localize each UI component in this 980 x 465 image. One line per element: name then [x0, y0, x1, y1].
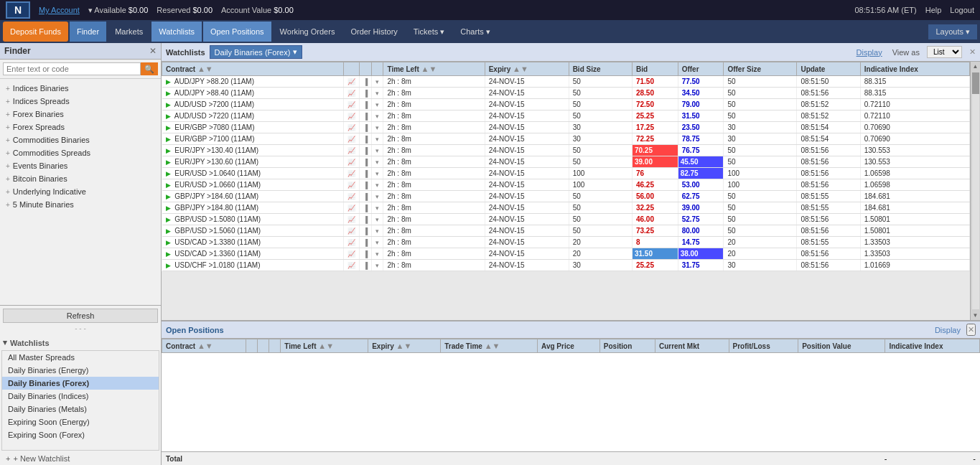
finder-item-events-binaries[interactable]: + Events Binaries: [0, 159, 161, 172]
finder-button[interactable]: Finder: [70, 22, 106, 42]
layouts-button[interactable]: Layouts ▾: [928, 24, 977, 39]
cell-bar[interactable]: ▐: [360, 214, 372, 225]
cell-chart[interactable]: 📈: [344, 237, 360, 248]
table-row[interactable]: ▶ AUD/JPY >88.20 (11AM) 📈 ▐ ▾ 2h : 8m 24…: [162, 76, 970, 88]
cell-arrow[interactable]: ▾: [372, 122, 383, 133]
logout-link[interactable]: Logout: [950, 6, 974, 14]
markets-button[interactable]: Markets: [108, 22, 150, 42]
op-col-time-left[interactable]: Time Left ▲▼: [281, 339, 368, 353]
cell-offer[interactable]: 38.00: [678, 248, 724, 260]
help-link[interactable]: Help: [925, 6, 942, 14]
watchlist-item-daily-energy[interactable]: Daily Binaries (Energy): [2, 364, 159, 377]
cell-bar[interactable]: ▐: [360, 111, 372, 122]
play-icon[interactable]: ▶: [166, 262, 171, 269]
cell-arrow[interactable]: ▾: [372, 99, 383, 111]
op-col-pl[interactable]: Profit/Loss: [729, 339, 798, 353]
watchlist-item-expiring-forex[interactable]: Expiring Soon (Forex): [2, 428, 159, 441]
cell-offer[interactable]: 31.50: [678, 111, 724, 122]
cell-chart[interactable]: 📈: [344, 156, 360, 168]
finder-item-indices-binaries[interactable]: + Indices Binaries: [0, 82, 161, 95]
cell-chart[interactable]: 📈: [344, 168, 360, 179]
cell-arrow[interactable]: ▾: [372, 168, 383, 179]
play-icon[interactable]: ▶: [166, 205, 171, 212]
cell-arrow[interactable]: ▾: [372, 191, 383, 202]
cell-bar[interactable]: ▐: [360, 156, 372, 168]
cell-chart[interactable]: 📈: [344, 202, 360, 214]
working-orders-button[interactable]: Working Orders: [273, 22, 342, 42]
cell-bid[interactable]: 56.00: [632, 191, 678, 202]
play-icon[interactable]: ▶: [166, 159, 171, 166]
order-history-button[interactable]: Order History: [343, 22, 404, 42]
cell-bid[interactable]: 72.25: [632, 133, 678, 145]
finder-item-commodities-binaries[interactable]: + Commodities Binaries: [0, 133, 161, 146]
cell-arrow[interactable]: ▾: [372, 237, 383, 248]
cell-arrow[interactable]: ▾: [372, 145, 383, 156]
cell-bar[interactable]: ▐: [360, 237, 372, 248]
col-bid[interactable]: Bid: [632, 62, 678, 76]
cell-bar[interactable]: ▐: [360, 248, 372, 260]
search-input[interactable]: [3, 62, 141, 75]
table-row[interactable]: ▶ AUD/JPY >88.40 (11AM) 📈 ▐ ▾ 2h : 8m 24…: [162, 88, 970, 99]
tickets-button[interactable]: Tickets ▾: [406, 22, 452, 42]
col-bid-size[interactable]: Bid Size: [569, 62, 632, 76]
cell-bar[interactable]: ▐: [360, 260, 372, 271]
play-icon[interactable]: ▶: [166, 216, 171, 223]
finder-close-button[interactable]: ✕: [149, 46, 157, 56]
cell-chart[interactable]: 📈: [344, 225, 360, 237]
cell-bid[interactable]: 39.00: [632, 156, 678, 168]
cell-offer[interactable]: 79.00: [678, 99, 724, 111]
cell-chart[interactable]: 📈: [344, 122, 360, 133]
finder-item-forex-spreads[interactable]: + Forex Spreads: [0, 121, 161, 133]
cell-arrow[interactable]: ▾: [372, 248, 383, 260]
op-col-contract[interactable]: Contract ▲▼: [162, 339, 246, 353]
cell-chart[interactable]: 📈: [344, 260, 360, 271]
play-icon[interactable]: ▶: [166, 239, 171, 246]
col-time-left[interactable]: Time Left ▲▼: [383, 62, 485, 76]
display-button[interactable]: Display: [857, 48, 882, 57]
col-index[interactable]: Indicative Index: [860, 62, 969, 76]
op-col-expiry[interactable]: Expiry ▲▼: [368, 339, 441, 353]
open-positions-button[interactable]: Open Positions: [203, 22, 271, 42]
cell-arrow[interactable]: ▾: [372, 225, 383, 237]
cell-bar[interactable]: ▐: [360, 225, 372, 237]
table-row[interactable]: ▶ USD/CAD >1.3380 (11AM) 📈 ▐ ▾ 2h : 8m 2…: [162, 237, 970, 248]
cell-bid[interactable]: 32.25: [632, 202, 678, 214]
cell-bid[interactable]: 31.50: [632, 248, 678, 260]
cell-bid[interactable]: 70.25: [632, 145, 678, 156]
table-row[interactable]: ▶ EUR/USD >1.0660 (11AM) 📈 ▐ ▾ 2h : 8m 2…: [162, 179, 970, 191]
cell-chart[interactable]: 📈: [344, 133, 360, 145]
cell-offer[interactable]: 23.50: [678, 122, 724, 133]
cell-arrow[interactable]: ▾: [372, 133, 383, 145]
cell-chart[interactable]: 📈: [344, 88, 360, 99]
cell-bid[interactable]: 71.50: [632, 76, 678, 88]
play-icon[interactable]: ▶: [166, 113, 171, 120]
cell-bar[interactable]: ▐: [360, 191, 372, 202]
finder-item-commodities-spreads[interactable]: + Commodities Spreads: [0, 146, 161, 159]
table-row[interactable]: ▶ EUR/JPY >130.40 (11AM) 📈 ▐ ▾ 2h : 8m 2…: [162, 145, 970, 156]
cell-chart[interactable]: 📈: [344, 76, 360, 88]
finder-item-indices-spreads[interactable]: + Indices Spreads: [0, 95, 161, 108]
watchlist-dropdown[interactable]: Daily Binaries (Forex) ▾: [210, 45, 303, 59]
cell-bid[interactable]: 25.25: [632, 111, 678, 122]
table-row[interactable]: ▶ EUR/JPY >130.60 (11AM) 📈 ▐ ▾ 2h : 8m 2…: [162, 156, 970, 168]
finder-item-forex-binaries[interactable]: + Forex Binaries: [0, 108, 161, 121]
play-icon[interactable]: ▶: [166, 170, 171, 177]
cell-offer[interactable]: 62.75: [678, 191, 724, 202]
op-col-avg-price[interactable]: Avg Price: [538, 339, 600, 353]
finder-item-5min-binaries[interactable]: + 5 Minute Binaries: [0, 198, 161, 211]
refresh-button[interactable]: Refresh: [3, 309, 158, 323]
finder-item-bitcoin-binaries[interactable]: + Bitcoin Binaries: [0, 172, 161, 185]
play-icon[interactable]: ▶: [166, 136, 171, 143]
col-offer-size[interactable]: Offer Size: [724, 62, 797, 76]
col-expiry[interactable]: Expiry ▲▼: [485, 62, 569, 76]
cell-chart[interactable]: 📈: [344, 99, 360, 111]
watchlist-area-close[interactable]: ✕: [969, 47, 976, 57]
play-icon[interactable]: ▶: [166, 193, 171, 200]
op-close-button[interactable]: ✕: [966, 324, 976, 336]
op-col-trade-time[interactable]: Trade Time ▲▼: [441, 339, 538, 353]
cell-bid[interactable]: 17.25: [632, 122, 678, 133]
cell-offer[interactable]: 31.75: [678, 260, 724, 271]
cell-arrow[interactable]: ▾: [372, 156, 383, 168]
cell-bid[interactable]: 8: [632, 237, 678, 248]
my-account-link[interactable]: My Account: [39, 6, 80, 14]
